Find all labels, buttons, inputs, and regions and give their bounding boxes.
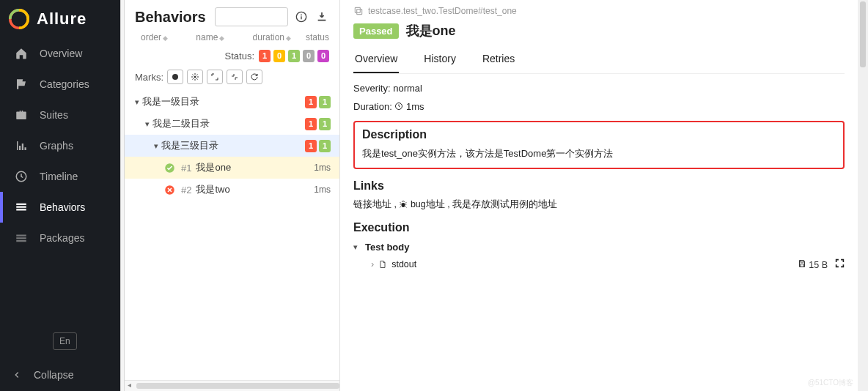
- nav: Overview Categories Suites Graphs Timeli…: [0, 38, 125, 324]
- col-status[interactable]: status: [303, 32, 329, 42]
- panel-title: Behaviors: [135, 9, 209, 26]
- home-icon: [15, 47, 28, 60]
- save-icon: [798, 259, 806, 268]
- col-duration[interactable]: duration◆: [250, 32, 290, 42]
- status-passed[interactable]: 1: [288, 50, 300, 62]
- tab-overview[interactable]: Overview: [353, 50, 399, 73]
- mark-new[interactable]: [187, 70, 203, 84]
- tree-node-l2[interactable]: ▾我是二级目录11: [125, 113, 339, 135]
- watermark: @51CTO博客: [808, 378, 853, 388]
- collapse-button[interactable]: Collapse: [0, 359, 125, 391]
- list-icon: [15, 201, 28, 214]
- status-failed[interactable]: 1: [259, 50, 271, 62]
- status-badge: Passed: [353, 23, 399, 39]
- nav-suites[interactable]: Suites: [0, 100, 125, 130]
- svg-point-6: [194, 76, 196, 78]
- description-box: Description 我是test_one实例方法，该方法是TestDome第…: [353, 121, 845, 169]
- clock-icon: [15, 170, 28, 183]
- search-input[interactable]: [215, 7, 288, 26]
- nav-graphs[interactable]: Graphs: [0, 130, 125, 161]
- layers-icon: [15, 231, 28, 245]
- severity-row: Severity: normal: [353, 83, 845, 94]
- main: Behaviors order◆ name◆ duration◆ status …: [125, 0, 868, 391]
- chevron-down-icon: ▾: [145, 119, 150, 129]
- download-icon[interactable]: [315, 10, 329, 24]
- horizontal-scrollbar[interactable]: [125, 380, 339, 391]
- case-title: 我是one: [406, 22, 456, 40]
- test-body-toggle[interactable]: ▾Test body: [353, 242, 845, 253]
- clock-icon: [394, 102, 403, 111]
- nav-categories[interactable]: Categories: [0, 69, 125, 100]
- svg-rect-13: [801, 260, 803, 262]
- col-name[interactable]: name◆: [180, 32, 237, 42]
- save-attachment[interactable]: 15 B: [798, 259, 828, 270]
- sidebar: Allure Overview Categories Suites Graphs…: [0, 0, 125, 391]
- vertical-scrollbar[interactable]: [858, 0, 868, 391]
- chevron-down-icon: ▾: [154, 141, 158, 151]
- status-unknown[interactable]: 0: [317, 50, 329, 62]
- fail-icon: [164, 185, 175, 196]
- mark-collapse[interactable]: [227, 70, 243, 84]
- svg-rect-9: [357, 10, 362, 15]
- tabs: Overview History Retries: [353, 50, 845, 74]
- detail-panel: testcase.test_two.TestDome#test_one Pass…: [340, 0, 858, 391]
- nav-timeline[interactable]: Timeline: [0, 161, 125, 192]
- status-filter: Status: 1 0 1 0 0: [125, 47, 339, 67]
- mark-refresh[interactable]: [246, 70, 262, 84]
- allure-logo-icon: [9, 9, 29, 29]
- brand-title: Allure: [37, 10, 87, 29]
- chevron-down-icon: ▾: [135, 97, 139, 107]
- mark-expand[interactable]: [207, 70, 223, 84]
- svg-point-12: [402, 203, 405, 207]
- sidebar-bottom: En: [0, 324, 125, 359]
- flag-icon: [15, 78, 28, 91]
- nav-overview[interactable]: Overview: [0, 38, 125, 69]
- info-icon[interactable]: [294, 10, 309, 24]
- links-text: 链接地址 , bug地址 , 我是存放测试用例的地址: [353, 198, 845, 211]
- tab-retries[interactable]: Retries: [481, 50, 516, 73]
- nav-packages[interactable]: Packages: [0, 223, 125, 253]
- file-icon: [378, 260, 387, 269]
- tree: ▾我是一级目录11 ▾我是二级目录11 ▾我是三级目录11 #1我是one1ms…: [125, 91, 339, 201]
- tab-history[interactable]: History: [422, 50, 457, 73]
- svg-rect-14: [801, 264, 803, 267]
- status-skipped[interactable]: 0: [303, 50, 315, 62]
- links-heading: Links: [353, 179, 845, 193]
- breadcrumb: testcase.test_two.TestDome#test_one: [353, 6, 845, 16]
- chevron-left-icon: [12, 370, 22, 380]
- tree-node-l1[interactable]: ▾我是一级目录11: [125, 91, 339, 113]
- col-order[interactable]: order◆: [138, 32, 166, 42]
- description-heading: Description: [362, 128, 836, 141]
- tree-node-l3[interactable]: ▾我是三级目录11: [125, 135, 339, 157]
- execution-heading: Execution: [353, 221, 845, 234]
- chevron-right-icon: ›: [371, 259, 374, 269]
- brand[interactable]: Allure: [0, 0, 125, 38]
- svg-point-5: [172, 74, 178, 80]
- description-text: 我是test_one实例方法，该方法是TestDome第一个实例方法: [362, 147, 836, 160]
- briefcase-icon: [15, 108, 28, 122]
- stdout-row[interactable]: › stdout 15 B: [353, 258, 845, 270]
- bug-icon: [399, 200, 408, 209]
- svg-point-3: [301, 14, 302, 15]
- tree-leaf-2[interactable]: #2我是two1ms: [125, 179, 339, 201]
- mark-flaky[interactable]: [167, 70, 183, 84]
- svg-rect-4: [301, 16, 301, 19]
- tree-leaf-1[interactable]: #1我是one1ms: [125, 157, 339, 179]
- copy-icon[interactable]: [353, 6, 364, 16]
- marks-row: Marks:: [125, 67, 339, 91]
- chevron-down-icon: ▾: [353, 242, 358, 252]
- behaviors-panel: Behaviors order◆ name◆ duration◆ status …: [125, 0, 340, 391]
- lang-button[interactable]: En: [53, 332, 77, 350]
- chart-icon: [15, 139, 28, 152]
- column-headers: order◆ name◆ duration◆ status: [125, 32, 339, 47]
- pass-icon: [164, 163, 175, 174]
- fullscreen-icon[interactable]: [835, 258, 845, 270]
- svg-rect-10: [355, 7, 360, 12]
- duration-row: Duration: 1ms: [353, 101, 845, 112]
- nav-behaviors[interactable]: Behaviors: [0, 192, 125, 223]
- status-broken[interactable]: 0: [273, 50, 285, 62]
